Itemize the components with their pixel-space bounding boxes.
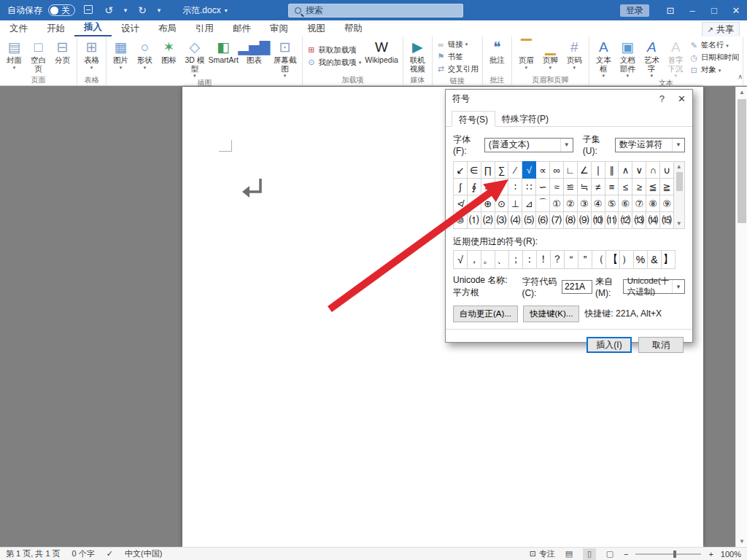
font-select[interactable]: (普通文本) ▼	[484, 138, 573, 152]
recent-symbol-cell[interactable]: （	[592, 251, 606, 269]
scroll-up-icon[interactable]: ▲	[736, 87, 747, 98]
minimize-icon[interactable]: –	[681, 0, 703, 20]
symbol-cell[interactable]: ∫	[454, 179, 468, 195]
grid-scroll-down-icon[interactable]: ▼	[674, 219, 684, 228]
symbol-cell[interactable]: ≈	[550, 179, 564, 195]
symbol-cell[interactable]: ⑵	[481, 212, 495, 229]
title-dropdown-icon[interactable]: ▾	[225, 7, 228, 14]
symbol-cell[interactable]: ∣	[591, 162, 605, 179]
collapse-ribbon-icon[interactable]: ∧	[738, 73, 743, 80]
recent-symbol-cell[interactable]: ，	[468, 251, 481, 269]
share-button[interactable]: ↗ 共享	[702, 22, 740, 37]
symbol-cell[interactable]: ⑷	[508, 212, 522, 229]
autosave-toggle[interactable]: 关	[48, 4, 75, 16]
symbol-cell[interactable]: ⑩	[454, 212, 468, 229]
maximize-icon[interactable]: □	[703, 0, 725, 20]
focus-mode-button[interactable]: ⊡ 专注	[530, 548, 555, 559]
symbol-cell[interactable]: ∞	[550, 162, 564, 179]
symbol-cell[interactable]: ⑾	[605, 212, 619, 229]
autocorrect-button[interactable]: 自动更正(A)...	[453, 306, 518, 322]
web-layout-icon[interactable]: ▢	[603, 548, 616, 560]
symbol-cell[interactable]: ∟	[563, 162, 577, 179]
zoom-slider-thumb[interactable]	[673, 551, 676, 558]
online-video-button[interactable]: ▶联机视频	[406, 37, 430, 73]
tab-home[interactable]: 开始	[37, 21, 74, 36]
recent-symbol-cell[interactable]: ！	[537, 251, 551, 269]
symbol-cell[interactable]: ∮	[467, 179, 481, 195]
cover-page-button[interactable]: ▤封面▾	[2, 37, 26, 70]
symbol-cell[interactable]: ∽	[536, 179, 550, 195]
close-icon[interactable]: ✕	[725, 0, 747, 20]
save-icon[interactable]	[81, 4, 96, 16]
bookmark-button[interactable]: ⚑书签	[436, 51, 479, 62]
icons-button[interactable]: ✶图标	[157, 37, 181, 65]
recent-symbol-cell[interactable]: &	[648, 251, 662, 269]
recent-symbol-cell[interactable]: 。	[481, 251, 495, 269]
header-button[interactable]: ▔页眉▾	[514, 37, 538, 70]
symbol-cell[interactable]: ∝	[536, 162, 550, 179]
drop-cap-button[interactable]: A首字下沉▾	[664, 37, 688, 78]
recent-symbol-cell[interactable]: ）	[620, 251, 634, 269]
symbol-cell[interactable]: ⑹	[536, 212, 550, 229]
search-input[interactable]: 搜索	[288, 4, 463, 18]
symbol-cell[interactable]: ≌	[563, 179, 577, 195]
symbol-cell[interactable]: ⒂	[660, 212, 674, 229]
tab-file[interactable]: 文件	[0, 21, 37, 36]
proofing-icon[interactable]: ✓	[107, 549, 113, 559]
symbol-cell[interactable]: ⊿	[522, 195, 536, 212]
undo-icon[interactable]: ↺	[101, 4, 116, 16]
symbol-cell[interactable]: ≤	[619, 179, 632, 195]
symbol-cell[interactable]: ≡	[605, 179, 619, 195]
shapes-button[interactable]: ○形状▾	[133, 37, 157, 70]
symbol-cell[interactable]: ∨	[632, 162, 646, 179]
symbol-cell[interactable]: ≯	[467, 195, 481, 212]
scroll-down-icon[interactable]: ▼	[736, 536, 747, 547]
symbol-cell[interactable]: ⑤	[605, 195, 619, 212]
symbol-cell[interactable]: ⑦	[632, 195, 646, 212]
read-mode-icon[interactable]: ▤	[562, 548, 576, 560]
customize-qat-icon[interactable]: ▾	[155, 7, 163, 14]
scrollbar-thumb[interactable]	[738, 99, 746, 223]
smartart-button[interactable]: ◧SmartArt	[209, 37, 239, 65]
table-button[interactable]: ⊞表格▾	[80, 37, 104, 70]
symbol-cell[interactable]: ⑻	[563, 212, 577, 229]
recent-symbol-cell[interactable]: 、	[495, 251, 509, 269]
wikipedia-button[interactable]: WWikipedia	[363, 37, 400, 65]
word-count[interactable]: 0 个字	[72, 548, 95, 559]
symbol-cell[interactable]: ⊕	[481, 195, 495, 212]
wordart-button[interactable]: A艺术字▾	[640, 37, 664, 78]
recent-symbol-cell[interactable]: ：	[523, 251, 537, 269]
link-button[interactable]: ∞链接▾	[436, 39, 479, 50]
3d-models-button[interactable]: ◇3D 模型▾	[181, 37, 209, 78]
tab-mailings[interactable]: 邮件	[223, 21, 260, 36]
symbol-cell[interactable]: ⊙	[495, 195, 508, 212]
symbol-cell[interactable]: ①	[550, 195, 564, 212]
page-break-button[interactable]: ⊟分页	[50, 37, 74, 65]
symbol-cell[interactable]: ④	[591, 195, 605, 212]
recent-symbol-cell[interactable]: ”	[578, 251, 592, 269]
grid-scrollbar-thumb[interactable]	[676, 172, 683, 191]
pictures-button[interactable]: ▦图片▾	[109, 37, 133, 70]
text-box-button[interactable]: A文本框▾	[592, 37, 616, 78]
symbol-cell[interactable]: ≧	[660, 179, 674, 195]
dialog-tab-symbols[interactable]: 符号(S)	[452, 111, 495, 127]
symbol-grid-scrollbar[interactable]: ▲ ▼	[674, 161, 685, 229]
recent-symbol-cell[interactable]: √	[454, 251, 468, 269]
symbol-cell[interactable]: ⑨	[660, 195, 674, 212]
tab-design[interactable]: 设计	[112, 21, 149, 36]
symbol-cell[interactable]: ∶	[508, 179, 522, 195]
symbol-cell[interactable]: ∈	[467, 162, 481, 179]
language-indicator[interactable]: 中文(中国)	[125, 548, 162, 559]
tab-layout[interactable]: 布局	[149, 21, 186, 36]
symbol-cell[interactable]: ≮	[454, 195, 468, 212]
symbol-cell[interactable]: ⑼	[577, 212, 591, 229]
dialog-tab-special-characters[interactable]: 特殊字符(P)	[495, 111, 555, 126]
quick-parts-button[interactable]: ▣文档部件▾	[616, 37, 640, 78]
tab-review[interactable]: 审阅	[260, 21, 298, 36]
symbol-cell[interactable]: ⑿	[619, 212, 632, 229]
tab-references[interactable]: 引用	[186, 21, 223, 36]
symbol-cell[interactable]: ∪	[660, 162, 674, 179]
cancel-button[interactable]: 取消	[638, 337, 684, 353]
shortcut-key-button[interactable]: 快捷键(K)...	[523, 306, 579, 322]
symbol-cell[interactable]: ⊥	[508, 195, 522, 212]
